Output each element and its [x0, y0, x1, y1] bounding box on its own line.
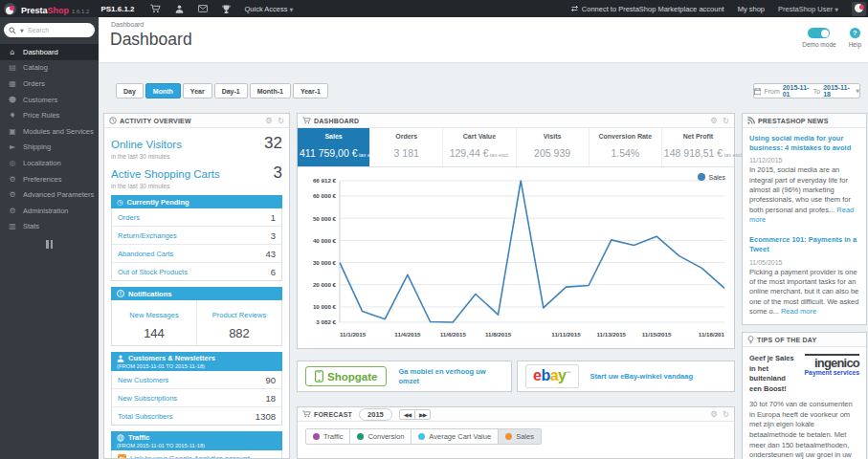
shopgate-link[interactable]: Ga mobiel en verhoog uw omzet [398, 367, 503, 386]
date-from: 2015-11-01 [783, 84, 811, 98]
forecast-year[interactable]: 2015 [359, 408, 392, 421]
breadcrumb[interactable]: Dashboard [111, 21, 144, 28]
stat-sales[interactable]: Sales411 759,00 € tax excl. [298, 128, 370, 166]
modules-icon: ▣ [8, 127, 17, 136]
forecast-metric-traffic[interactable]: Traffic [305, 428, 350, 445]
demo-mode-toggle[interactable] [808, 28, 830, 38]
new-customers-value: 90 [265, 375, 276, 385]
mail-icon[interactable] [198, 5, 208, 12]
ebay-link[interactable]: Start uw eBay-winkel vandaag [590, 372, 694, 382]
refresh-icon[interactable]: ↻ [723, 410, 729, 419]
forecast-next-button[interactable]: ▶▶ [414, 409, 431, 420]
return-exchanges-link[interactable]: Return/Exchanges [118, 231, 177, 240]
page-title: Dashboard [110, 30, 192, 50]
out-of-stock-products-link[interactable]: Out of Stock Products [118, 268, 188, 276]
forecast-metric-average-cart-value[interactable]: Average Cart Value [411, 428, 499, 445]
sidebar-item-stats[interactable]: ▥Stats [0, 219, 99, 235]
new-subscriptions-link[interactable]: New Subscriptions [118, 394, 177, 403]
version-label: 1.6.1.2 [72, 9, 89, 14]
refresh-icon[interactable]: ↻ [278, 117, 284, 125]
sidebar-item-shipping[interactable]: ►Shipping [0, 140, 99, 156]
new-customers-link[interactable]: New Customers [118, 376, 168, 384]
cart-icon[interactable] [150, 4, 161, 13]
sidebar-search[interactable]: ▼ [4, 23, 95, 37]
range-button-month-1[interactable]: Month-1 [250, 83, 291, 98]
shopgate-banner[interactable]: Shopgate Ga mobiel en verhoog uw omzet [297, 361, 512, 392]
sidebar-item-customers[interactable]: ☻Customers [0, 92, 99, 108]
marketplace-link[interactable]: Connect to PrestaShop Marketplace accoun… [570, 5, 724, 13]
sidebar-item-preferences[interactable]: ⚙Preferences [0, 171, 99, 187]
conversion-dot-icon [357, 433, 364, 440]
svg-text:20 000 €: 20 000 € [313, 281, 337, 288]
range-button-month[interactable]: Month [145, 83, 181, 98]
sidebar-item-orders[interactable]: ▦Orders [0, 76, 99, 92]
abandoned-carts-link[interactable]: Abandoned Carts [118, 250, 173, 258]
google-analytics-link[interactable]: Link to your Google Analytics account [130, 454, 250, 459]
average-cart-value-dot-icon [418, 433, 425, 440]
active-carts-value: 3 [274, 164, 282, 183]
forecast-metric-conversion[interactable]: Conversion [349, 428, 412, 445]
orders-link[interactable]: Orders [118, 213, 140, 222]
forecast-metric-sales[interactable]: Sales [498, 428, 542, 445]
shipping-icon: ► [8, 142, 17, 151]
range-button-year[interactable]: Year [183, 83, 212, 98]
stat-cart-value[interactable]: Cart Value129,44 € tax excl. [443, 128, 516, 166]
article-date: 11/05/2015 [749, 259, 859, 266]
quick-access-menu[interactable]: Quick Access▼ [245, 5, 294, 13]
customers-icon: ☻ [8, 96, 17, 104]
forecast-prev-button[interactable]: ◀◀ [399, 409, 415, 420]
help-icon[interactable]: ? [850, 28, 860, 38]
sidebar-item-price-rules[interactable]: ♦Price Rules [0, 107, 99, 123]
user-menu[interactable]: PrestaShop User▼ [778, 5, 838, 13]
sidebar-item-dashboard[interactable]: ⌂Dashboard [0, 44, 99, 60]
article-title-link[interactable]: Ecommerce 101: Payments in a Tweet [749, 235, 859, 254]
notifications-table: New Messages144 Product Reviews882 [111, 300, 282, 346]
ebay-banner[interactable]: ebay™ Start uw eBay-winkel vandaag [517, 361, 735, 392]
new-messages-link[interactable]: New Messages [129, 311, 178, 319]
shop-name[interactable]: PS1.6.1.2 [100, 5, 134, 13]
stat-net-profit[interactable]: Net Profit148 918,51 € tax excl. [662, 128, 734, 166]
search-scope-caret-icon[interactable]: ▼ [20, 28, 24, 33]
customers-row-new-subscriptions: New Subscriptions18 [112, 389, 281, 407]
date-range-picker[interactable]: From 2015-11-01 To 2015-11-18 ▼ [753, 83, 860, 98]
sidebar-item-advanced-parameters[interactable]: ⚙Advanced Parameters [0, 186, 99, 203]
return-exchanges-value: 3 [271, 230, 276, 241]
sidebar-collapse-button[interactable] [0, 240, 99, 249]
abandoned-carts-value: 43 [265, 249, 276, 259]
range-button-year-1[interactable]: Year-1 [293, 83, 328, 98]
article-title-link[interactable]: Using social media for your business: 4 … [749, 134, 859, 153]
stat-visits[interactable]: Visits205 939 [517, 128, 590, 166]
gear-icon[interactable]: ⚙ [265, 117, 273, 125]
stat-orders[interactable]: Orders3 181 [370, 128, 443, 166]
sidebar-item-administration[interactable]: ⚙Administration [0, 203, 99, 219]
active-carts-link[interactable]: Active Shopping Carts [111, 168, 220, 180]
online-visitors-link[interactable]: Online Visitors [111, 139, 182, 150]
news-article: Ecommerce 101: Payments in a Tweet 11/05… [749, 235, 859, 317]
date-range-buttons: DayMonthYearDay-1Month-1Year-1 [116, 83, 328, 98]
search-icon[interactable] [9, 27, 16, 34]
product-reviews-link[interactable]: Product Reviews [212, 311, 266, 319]
range-button-day-1[interactable]: Day-1 [214, 83, 248, 98]
localization-icon: ◎ [8, 159, 17, 167]
sidebar-item-catalog[interactable]: ▤Catalog [0, 60, 99, 76]
read-more-link[interactable]: Read more [781, 307, 816, 316]
total-subscribers-link[interactable]: Total Subscribers [118, 412, 173, 421]
person-icon[interactable] [175, 5, 184, 13]
administration-icon: ⚙ [8, 207, 17, 215]
range-button-day[interactable]: Day [116, 83, 144, 98]
stat-conversion-rate[interactable]: Conversion Rate1.54% [590, 128, 662, 166]
sales-dot-icon [505, 433, 512, 440]
search-input[interactable] [28, 27, 80, 33]
sidebar-item-modules-and-services[interactable]: ▣Modules and Services [0, 123, 99, 140]
catalog-icon: ▤ [8, 63, 17, 72]
refresh-icon[interactable]: ↻ [723, 117, 729, 125]
brand[interactable]: PrestaShop1.6.1.2 [21, 0, 89, 17]
user-avatar[interactable] [852, 2, 866, 16]
sidebar-item-localization[interactable]: ◎Localization [0, 155, 99, 171]
gear-icon[interactable]: ⚙ [710, 117, 718, 125]
trophy-icon[interactable] [222, 5, 231, 13]
svg-text:11/15/2015: 11/15/2015 [642, 331, 672, 338]
chart-legend[interactable]: Sales [698, 173, 725, 181]
gear-icon[interactable]: ⚙ [710, 410, 718, 419]
my-shop-link[interactable]: My shop [738, 5, 765, 13]
